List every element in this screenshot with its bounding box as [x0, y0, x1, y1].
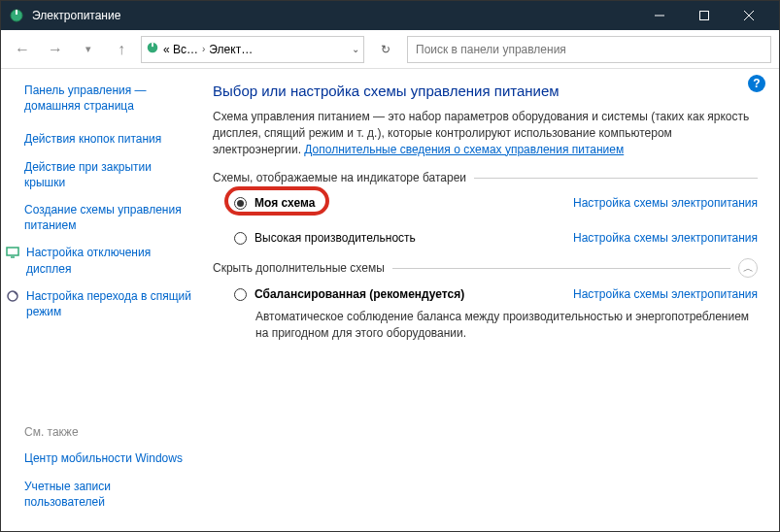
radio-balanced[interactable]	[234, 288, 247, 301]
sidebar-home-link[interactable]: Панель управления — домашняя страница	[24, 83, 193, 114]
refresh-button[interactable]: ↻	[370, 36, 401, 63]
page-title: Выбор или настройка схемы управления пит…	[213, 83, 758, 99]
divider	[474, 178, 758, 179]
group-label-text: Скрыть дополнительные схемы	[213, 261, 385, 275]
window-controls	[637, 1, 771, 30]
main-panel: ? Выбор или настройка схемы управления п…	[203, 69, 779, 531]
chevron-down-icon[interactable]: ⌄	[352, 44, 359, 54]
display-icon	[5, 245, 20, 260]
minimize-button[interactable]	[637, 1, 682, 30]
sidebar-link-sleep[interactable]: Настройка перехода в спящий режим	[26, 288, 193, 319]
plan-name: Сбалансированная (рекомендуется)	[254, 287, 464, 301]
close-button[interactable]	[727, 1, 771, 30]
sidebar-link[interactable]: Действие при закрытии крышки	[24, 159, 193, 190]
svg-rect-3	[700, 12, 709, 20]
chevron-right-icon: ›	[202, 44, 205, 54]
app-icon	[9, 8, 24, 23]
plan-settings-link[interactable]: Настройка схемы электропитания	[573, 287, 758, 301]
svg-rect-1	[16, 10, 17, 15]
history-dropdown[interactable]: ▾	[75, 36, 102, 63]
window-title: Электропитание	[32, 9, 637, 22]
radio-high-perf[interactable]	[234, 232, 247, 245]
plan-settings-link[interactable]: Настройка схемы электропитания	[573, 196, 758, 210]
plan-row-high-perf: Высокая производительность Настройка схе…	[213, 227, 758, 249]
svg-rect-7	[152, 43, 153, 47]
plan-settings-link[interactable]: Настройка схемы электропитания	[573, 231, 758, 245]
back-button[interactable]: ←	[9, 36, 36, 63]
see-also-link[interactable]: Учетные записи пользователей	[24, 479, 193, 510]
up-button[interactable]: ↑	[108, 36, 135, 63]
collapse-button[interactable]: ︿	[738, 258, 758, 278]
desc-link[interactable]: Дополнительные сведения о схемах управле…	[304, 143, 624, 156]
sleep-icon	[5, 288, 20, 304]
content-area: Панель управления — домашняя страница Де…	[1, 69, 779, 531]
title-bar: Электропитание	[1, 1, 779, 30]
plan-name: Высокая производительность	[254, 231, 416, 245]
group-label-text: Схемы, отображаемые на индикаторе батаре…	[213, 171, 466, 184]
see-also-header: См. также	[24, 425, 193, 439]
plan-row-balanced: Сбалансированная (рекомендуется) Настрой…	[213, 283, 758, 305]
help-icon[interactable]: ?	[748, 75, 765, 92]
group-battery-plans: Схемы, отображаемые на индикаторе батаре…	[213, 171, 758, 184]
breadcrumb[interactable]: « Вс… › Элект… ⌄	[141, 36, 364, 63]
sidebar-link-display[interactable]: Настройка отключения дисплея	[26, 245, 193, 276]
plan-description: Автоматическое соблюдение баланса между …	[213, 309, 758, 342]
divider	[392, 268, 730, 269]
plan-name: Моя схема	[254, 196, 315, 210]
sidebar: Панель управления — домашняя страница Де…	[1, 69, 203, 531]
breadcrumb-prefix[interactable]: « Вс…	[163, 43, 198, 56]
maximize-button[interactable]	[682, 1, 727, 30]
sidebar-link[interactable]: Действия кнопок питания	[24, 131, 193, 147]
power-icon	[146, 41, 159, 57]
sidebar-link[interactable]: Создание схемы управления питанием	[24, 202, 193, 233]
toolbar: ← → ▾ ↑ « Вс… › Элект… ⌄ ↻	[1, 30, 779, 69]
svg-rect-8	[7, 248, 18, 255]
radio-my-plan[interactable]	[234, 197, 247, 210]
search-input[interactable]	[407, 36, 771, 63]
see-also-link[interactable]: Центр мобильности Windows	[24, 450, 193, 466]
breadcrumb-current[interactable]: Элект…	[209, 43, 253, 56]
plan-row-custom: Моя схема Настройка схемы электропитания	[213, 192, 758, 214]
group-hidden-plans: Скрыть дополнительные схемы ︿	[213, 258, 758, 278]
forward-button[interactable]: →	[42, 36, 69, 63]
page-description: Схема управления питанием — это набор па…	[213, 109, 758, 157]
